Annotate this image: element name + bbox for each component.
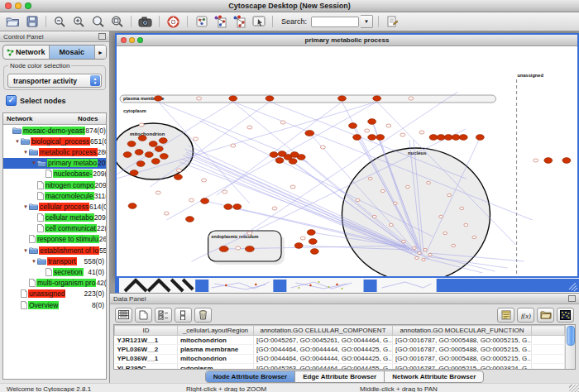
disclosure-triangle-icon[interactable]: ▼ bbox=[22, 204, 29, 209]
zoom-in-button[interactable] bbox=[70, 14, 88, 30]
table-cell[interactable]: [GO:0045267, GO:0045261, GO:0044464, G..… bbox=[254, 336, 393, 345]
background-windows-strip[interactable] bbox=[115, 278, 579, 293]
tree-row-establishment-of-lo[interactable]: ▼establishment of lo558(0) bbox=[3, 245, 106, 256]
disclosure-triangle-icon[interactable]: ▼ bbox=[14, 139, 21, 144]
close-button[interactable] bbox=[5, 2, 12, 9]
tree-row-overview[interactable]: Overview8(0) bbox=[3, 299, 106, 310]
tab-overflow-button[interactable]: ► bbox=[95, 45, 106, 59]
tree-row-secretion[interactable]: secretion41(0) bbox=[3, 266, 106, 277]
disclosure-triangle-icon[interactable]: ▼ bbox=[31, 160, 37, 165]
table-cell[interactable]: [GO:0016787, GO:0005488, GO:0005215, G..… bbox=[393, 336, 532, 345]
zoom-selected-button[interactable] bbox=[89, 14, 107, 30]
table-cell[interactable]: [GO:0045263, GO:0044464, GO:0044455, G..… bbox=[254, 363, 393, 369]
float-panel-icon[interactable] bbox=[98, 33, 106, 40]
tree-row-primary-metabo[interactable]: ▼primary metabo209(... bbox=[3, 158, 106, 169]
attribute-grid-button[interactable] bbox=[115, 308, 132, 323]
tab-node-attribute-browser[interactable]: Node Attribute Browser bbox=[206, 371, 296, 382]
disclosure-triangle-icon[interactable]: ▼ bbox=[22, 248, 29, 253]
table-cell[interactable]: plasma membrane bbox=[178, 345, 254, 354]
attribute-editor-button[interactable] bbox=[497, 308, 514, 323]
close-button[interactable] bbox=[121, 37, 127, 43]
column-header[interactable]: ID bbox=[115, 326, 178, 336]
column-header[interactable]: annotation.GO MOLECULAR_FUNCTION bbox=[393, 326, 532, 336]
search-dropdown-button[interactable]: ▾ bbox=[361, 15, 373, 28]
table-cell[interactable]: YJR121W__1 bbox=[115, 336, 178, 345]
zoom-fit-button[interactable] bbox=[108, 14, 126, 30]
tree-row-biological-process[interactable]: ▼biological_process651(0) bbox=[3, 136, 106, 146]
tab-network[interactable]: Network bbox=[3, 45, 50, 59]
tree-column-nodes[interactable]: Nodes bbox=[78, 115, 106, 122]
tree-row-node-count: 209(... bbox=[98, 159, 106, 167]
table-row[interactable]: YPL036W__1mitochondrion[GO:0044464, GO:0… bbox=[115, 354, 565, 363]
zoom-button[interactable] bbox=[25, 2, 31, 9]
tab-mosaic[interactable]: Mosaic bbox=[50, 45, 96, 59]
vizmapper-nodes-button[interactable] bbox=[212, 14, 229, 30]
tree-row-response-to-stimulu[interactable]: response to stimulu264(0) bbox=[3, 234, 106, 245]
main-toolbar: Search: ▾ bbox=[0, 12, 579, 31]
tree-row-cell-communicat[interactable]: cell communicat22(0) bbox=[3, 223, 106, 234]
node-color-dropdown[interactable]: transporter activity ▲▼ bbox=[7, 74, 102, 88]
tree-row-metabolic-process[interactable]: ▼metabolic process280(0) bbox=[3, 146, 106, 157]
table-cell[interactable]: [GO:0016787, GO:0005488, GO:0005215, G..… bbox=[393, 354, 532, 363]
table-cell[interactable]: [GO:0016787, GO:0005488, GO:0005215, G..… bbox=[393, 345, 532, 354]
formula-builder-button[interactable]: f(x) bbox=[517, 308, 534, 323]
column-header[interactable]: annotation.GO CELLULAR_COMPONENT bbox=[254, 326, 393, 336]
tree-row-unassigned[interactable]: unassigned223(0) bbox=[3, 289, 106, 299]
search-config-button[interactable] bbox=[384, 14, 401, 30]
help-lifebuoy-button[interactable] bbox=[165, 14, 182, 30]
table-row[interactable]: YPL036W__2plasma membrane[GO:0044464, GO… bbox=[115, 345, 565, 354]
save-session-button[interactable] bbox=[23, 14, 41, 30]
tree-row-nucleobase[interactable]: nucleobase-209(0) bbox=[3, 169, 106, 179]
tree-row-transport[interactable]: ▼transport558(0) bbox=[3, 256, 106, 266]
import-network-button[interactable] bbox=[193, 14, 210, 30]
zoom-out-button[interactable] bbox=[51, 14, 69, 30]
minimize-button[interactable] bbox=[15, 2, 22, 9]
table-cell[interactable]: mitochondrion bbox=[178, 354, 254, 363]
select-nodes-checkbox[interactable]: ✓ bbox=[6, 95, 17, 106]
tree-row-mosaic-demo-yeast[interactable]: mosaic-demo-yeast874(0) bbox=[3, 125, 106, 136]
minimize-button[interactable] bbox=[129, 37, 135, 43]
float-panel-icon[interactable] bbox=[568, 295, 576, 302]
snapshot-camera-button[interactable] bbox=[136, 14, 154, 30]
select-attributes-button[interactable] bbox=[155, 308, 172, 323]
vizmapper-edges-button[interactable] bbox=[231, 14, 248, 30]
annotation-tool-button[interactable] bbox=[250, 14, 267, 30]
column-header[interactable]: _cellularLayoutRegion bbox=[178, 326, 254, 336]
table-cell[interactable]: YPL036W__1 bbox=[115, 354, 178, 363]
table-cell[interactable]: YPL036W__2 bbox=[115, 345, 178, 354]
zoom-button[interactable] bbox=[137, 37, 143, 43]
disclosure-triangle-icon[interactable]: ▼ bbox=[22, 150, 29, 155]
table-cell[interactable]: [GO:0044464, GO:0044444, GO:0044425, G..… bbox=[254, 354, 393, 363]
tree-row-cellular-process[interactable]: ▼cellular process614(0) bbox=[3, 201, 106, 212]
tab-network-attribute-browser[interactable]: Network Attribute Browser bbox=[385, 371, 483, 382]
resize-grip-icon[interactable] bbox=[569, 385, 579, 392]
tree-row-label: transport bbox=[47, 257, 77, 265]
new-attribute-button[interactable] bbox=[135, 308, 152, 323]
table-cell[interactable]: cytoplasm bbox=[178, 363, 254, 369]
tab-edge-attribute-browser[interactable]: Edge Attribute Browser bbox=[295, 371, 385, 382]
import-attributes-button[interactable] bbox=[537, 308, 554, 323]
unselect-attributes-button[interactable] bbox=[175, 308, 192, 323]
delete-attribute-button[interactable] bbox=[194, 308, 212, 323]
tree-column-network[interactable]: Network bbox=[3, 115, 78, 122]
disclosure-triangle-icon[interactable]: ▼ bbox=[31, 259, 37, 264]
open-file-button[interactable] bbox=[4, 14, 22, 30]
table-row[interactable]: YLR295Ccytoplasm[GO:0045263, GO:0044464,… bbox=[115, 363, 565, 369]
table-cell[interactable]: [GO:0044464, GO:0044444, GO:0044425, G..… bbox=[254, 345, 393, 354]
folder-icon bbox=[29, 148, 38, 155]
tree-row-macromolecule[interactable]: macromolecule311(0) bbox=[3, 190, 106, 201]
data-panel: Data Panel f(x) ID_cellularLa bbox=[110, 293, 579, 383]
tree-row-nitrogen-compo[interactable]: nitrogen compo209(0) bbox=[3, 179, 106, 190]
network-view-window[interactable]: primary metabolic process bbox=[115, 33, 579, 278]
matrix-view-button[interactable] bbox=[557, 308, 574, 323]
tree-row-cellular-metabo[interactable]: cellular metabo209(0) bbox=[3, 213, 106, 223]
tree-row-multi-organism-pro[interactable]: multi-organism pro42(0) bbox=[3, 278, 106, 289]
network-canvas[interactable]: plasma membrane cytoplasm mitochondrion … bbox=[117, 46, 577, 276]
table-cell[interactable]: YLR295C bbox=[115, 363, 178, 369]
table-cell[interactable]: [GO:0016787, GO:0005215, GO:0003824, G..… bbox=[393, 363, 532, 369]
scrollbar-thumb[interactable] bbox=[567, 326, 575, 346]
search-input[interactable] bbox=[311, 17, 359, 27]
table-scrollbar[interactable] bbox=[565, 325, 575, 369]
table-cell[interactable]: mitochondrion bbox=[178, 336, 254, 345]
table-row[interactable]: YJR121W__1mitochondrion[GO:0045267, GO:0… bbox=[115, 336, 565, 345]
